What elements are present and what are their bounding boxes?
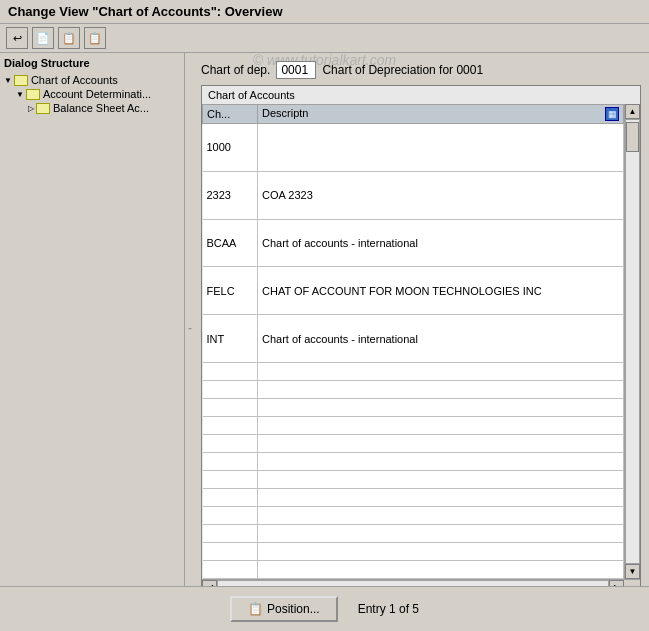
tree-arrow-balance: ▷ <box>28 104 34 113</box>
table-row[interactable]: FELC CHAT OF ACCOUNT FOR MOON TECHNOLOGI… <box>203 267 624 315</box>
bottom-bar: 📋 Position... Entry 1 of 5 <box>0 586 649 631</box>
col-ch-label: Ch... <box>207 108 230 120</box>
coa-table: Ch... Descriptn ▦ 1000 <box>202 104 624 579</box>
scroll-thumb[interactable] <box>626 122 639 152</box>
cell-desc: COA 2323 <box>258 171 624 219</box>
cell-ch: 2323 <box>203 171 258 219</box>
cell-ch: INT <box>203 315 258 363</box>
tree-arrow-expand: ▼ <box>4 76 12 85</box>
main-layout: Dialog Structure ▼ Chart of Accounts ▼ A… <box>0 53 649 604</box>
cell-ch: 1000 <box>203 124 258 172</box>
cell-desc: CHAT OF ACCOUNT FOR MOON TECHNOLOGIES IN… <box>258 267 624 315</box>
content-area: Chart of dep. Chart of Depreciation for … <box>193 53 649 604</box>
coa-table-container: Ch... Descriptn ▦ 1000 <box>202 104 640 579</box>
table-row-empty <box>203 417 624 435</box>
position-button[interactable]: 📋 Position... <box>230 596 338 622</box>
folder-icon-balance <box>36 103 50 114</box>
toolbar-btn-save[interactable]: 📄 <box>32 27 54 49</box>
tree-label-balance: Balance Sheet Ac... <box>53 102 149 114</box>
dep-row: Chart of dep. Chart of Depreciation for … <box>201 61 641 79</box>
table-row-empty <box>203 543 624 561</box>
toolbar: ↩ 📄 📋 📋 <box>0 24 649 53</box>
table-row-empty <box>203 525 624 543</box>
dep-label: Chart of dep. <box>201 63 270 77</box>
col-header-ch: Ch... <box>203 105 258 124</box>
scroll-down-btn[interactable]: ▼ <box>625 564 640 579</box>
coa-panel-title: Chart of Accounts <box>202 86 640 104</box>
table-row-empty <box>203 435 624 453</box>
scroll-track[interactable] <box>625 119 640 564</box>
col-settings-icon[interactable]: ▦ <box>605 107 619 121</box>
table-row-empty <box>203 453 624 471</box>
scroll-up-btn[interactable]: ▲ <box>625 104 640 119</box>
tree-arrow-account: ▼ <box>16 90 24 99</box>
dep-description: Chart of Depreciation for 0001 <box>322 63 483 77</box>
table-row-empty <box>203 561 624 579</box>
table-header-row: Ch... Descriptn ▦ <box>203 105 624 124</box>
dialog-panel-title: Dialog Structure <box>4 57 180 69</box>
table-row-empty <box>203 471 624 489</box>
position-btn-icon: 📋 <box>248 602 263 616</box>
tree-label-account: Account Determinati... <box>43 88 151 100</box>
position-btn-label: Position... <box>267 602 320 616</box>
table-row[interactable]: 1000 <box>203 124 624 172</box>
col-header-desc: Descriptn ▦ <box>258 105 624 124</box>
tree-label-coa: Chart of Accounts <box>31 74 118 86</box>
cell-desc: Chart of accounts - international <box>258 315 624 363</box>
table-row[interactable]: BCAA Chart of accounts - international <box>203 219 624 267</box>
toolbar-btn-back[interactable]: ↩ <box>6 27 28 49</box>
cell-ch: FELC <box>203 267 258 315</box>
table-row-empty <box>203 381 624 399</box>
toolbar-btn-paste[interactable]: 📋 <box>84 27 106 49</box>
table-row[interactable]: INT Chart of accounts - international <box>203 315 624 363</box>
table-row-empty <box>203 489 624 507</box>
col-desc-label: Descriptn <box>262 107 308 119</box>
toolbar-btn-copy[interactable]: 📋 <box>58 27 80 49</box>
coa-panel: Chart of Accounts Ch... Descriptn ▦ <box>201 85 641 596</box>
resize-dots-icon: ··· <box>188 324 190 334</box>
folder-icon-account <box>26 89 40 100</box>
folder-icon-coa <box>14 75 28 86</box>
cell-ch: BCAA <box>203 219 258 267</box>
window-title: Change View "Chart of Accounts": Overvie… <box>8 4 283 19</box>
table-row-empty <box>203 363 624 381</box>
dep-input[interactable] <box>276 61 316 79</box>
tree-item-chart-of-accounts[interactable]: ▼ Chart of Accounts <box>4 73 180 87</box>
tree-item-balance-sheet[interactable]: ▷ Balance Sheet Ac... <box>28 101 180 115</box>
title-bar: Change View "Chart of Accounts": Overvie… <box>0 0 649 24</box>
panel-resize-handle[interactable]: ··· <box>185 53 193 604</box>
dialog-panel: Dialog Structure ▼ Chart of Accounts ▼ A… <box>0 53 185 604</box>
tree-item-account-det[interactable]: ▼ Account Determinati... <box>16 87 180 101</box>
table-row-empty <box>203 507 624 525</box>
scrollbar-vertical[interactable]: ▲ ▼ <box>624 104 640 579</box>
cell-desc: Chart of accounts - international <box>258 219 624 267</box>
table-row[interactable]: 2323 COA 2323 <box>203 171 624 219</box>
entry-label: Entry 1 of 5 <box>358 602 419 616</box>
cell-desc <box>258 124 624 172</box>
table-row-empty <box>203 399 624 417</box>
